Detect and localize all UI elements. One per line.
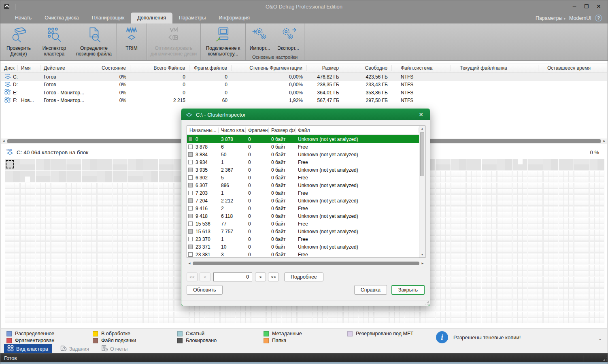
- cluster-block-empty[interactable]: [574, 288, 589, 300]
- cluster-block-empty[interactable]: [159, 241, 174, 253]
- cluster-block-empty[interactable]: [82, 230, 97, 241]
- cluster-block-empty[interactable]: [589, 206, 604, 217]
- dialog-column-header[interactable]: Файл: [295, 128, 419, 133]
- cluster-block-empty[interactable]: [97, 288, 112, 300]
- row-checkbox[interactable]: [188, 145, 193, 149]
- cluster-block-empty[interactable]: [574, 312, 589, 323]
- cluster-block-empty[interactable]: [512, 265, 527, 276]
- cluster-block-empty[interactable]: [528, 312, 543, 323]
- row-checkbox[interactable]: [188, 168, 193, 172]
- cluster-block-empty[interactable]: [36, 312, 51, 323]
- cluster-block-empty[interactable]: [436, 253, 451, 264]
- cluster-row[interactable]: 3 934100 байтFree: [187, 158, 419, 166]
- cluster-block-empty[interactable]: [20, 288, 35, 300]
- cluster-block-empty[interactable]: [51, 300, 66, 311]
- cluster-block-empty[interactable]: [113, 241, 128, 253]
- cluster-block-used[interactable]: [20, 159, 35, 170]
- cluster-block-empty[interactable]: [451, 253, 466, 264]
- scroll-right-icon[interactable]: ►: [420, 261, 425, 266]
- cluster-block-empty[interactable]: [466, 183, 481, 194]
- cluster-row[interactable]: 7 203100 байтFree: [187, 189, 419, 197]
- cluster-block-empty[interactable]: [5, 230, 20, 241]
- column-header[interactable]: Действие: [40, 65, 88, 71]
- cluster-block-empty[interactable]: [589, 194, 604, 206]
- maximize-button[interactable]: ❐: [581, 2, 592, 11]
- cluster-block-empty[interactable]: [543, 300, 558, 311]
- cluster-block-empty[interactable]: [159, 206, 174, 217]
- cluster-block-used[interactable]: [36, 171, 51, 182]
- cluster-block-empty[interactable]: [451, 218, 466, 229]
- app-icon[interactable]: [4, 3, 11, 10]
- row-checkbox[interactable]: [188, 206, 193, 211]
- tab-Информация[interactable]: Информация: [213, 13, 257, 23]
- cluster-block-empty[interactable]: [20, 265, 35, 276]
- cluster-block-empty[interactable]: [66, 265, 81, 276]
- cluster-block-empty[interactable]: [159, 194, 174, 206]
- cluster-block-empty[interactable]: [436, 230, 451, 241]
- cluster-block-empty[interactable]: [159, 253, 174, 264]
- cluster-block-empty[interactable]: [543, 265, 558, 276]
- cluster-block-empty[interactable]: [482, 206, 497, 217]
- cluster-block-empty[interactable]: [36, 288, 51, 300]
- cluster-block-empty[interactable]: [466, 265, 481, 276]
- cluster-block-empty[interactable]: [559, 241, 574, 253]
- modernui-toggle[interactable]: ModernUI: [569, 15, 591, 21]
- cluster-block-empty[interactable]: [36, 183, 51, 194]
- cluster-block-empty[interactable]: [512, 171, 527, 182]
- cluster-block-empty[interactable]: [97, 277, 112, 288]
- cluster-block-empty[interactable]: [36, 277, 51, 288]
- cluster-block-empty[interactable]: [497, 218, 512, 229]
- ribbon-button-cluster-search[interactable]: Инспектор кластера: [36, 25, 72, 57]
- cluster-block-empty[interactable]: [497, 171, 512, 182]
- cluster-block-empty[interactable]: [589, 288, 604, 300]
- row-checkbox[interactable]: [188, 160, 193, 164]
- cluster-block-empty[interactable]: [143, 253, 158, 264]
- cluster-number-input[interactable]: [213, 272, 252, 281]
- cluster-block-empty[interactable]: [97, 218, 112, 229]
- cluster-block-empty[interactable]: [497, 300, 512, 311]
- cluster-block-empty[interactable]: [66, 288, 81, 300]
- cluster-block-empty[interactable]: [589, 171, 604, 182]
- cluster-block-empty[interactable]: [128, 206, 143, 217]
- cluster-block-empty[interactable]: [466, 171, 481, 182]
- dialog-horizontal-scrollbar[interactable]: ◄ ►: [187, 260, 425, 266]
- cluster-block-empty[interactable]: [528, 300, 543, 311]
- cluster-block-used[interactable]: [497, 159, 512, 170]
- cluster-block-empty[interactable]: [543, 194, 558, 206]
- cluster-block-empty[interactable]: [113, 183, 128, 194]
- cluster-row[interactable]: 3 8845000 байтUnknown (not yet analyzed): [187, 151, 419, 158]
- row-checkbox[interactable]: [188, 237, 193, 241]
- cluster-block-empty[interactable]: [113, 253, 128, 264]
- cluster-block-used[interactable]: [482, 159, 497, 170]
- cluster-block-empty[interactable]: [420, 312, 435, 323]
- cluster-block-empty[interactable]: [528, 277, 543, 288]
- cluster-block-empty[interactable]: [97, 194, 112, 206]
- cluster-block-empty[interactable]: [543, 241, 558, 253]
- scroll-down-icon[interactable]: ▼: [419, 252, 425, 258]
- cluster-block-empty[interactable]: [82, 312, 97, 323]
- dialog-close-button[interactable]: Закрыть: [391, 285, 425, 295]
- row-checkbox[interactable]: [188, 175, 193, 180]
- cluster-block-empty[interactable]: [543, 288, 558, 300]
- cluster-block-empty[interactable]: [466, 218, 481, 229]
- cluster-block-empty[interactable]: [451, 241, 466, 253]
- cluster-block-empty[interactable]: [512, 253, 527, 264]
- cluster-block-empty[interactable]: [497, 230, 512, 241]
- cluster-block-empty[interactable]: [559, 265, 574, 276]
- cluster-row[interactable]: 3 878600 байтFree: [187, 143, 419, 151]
- cluster-block-empty[interactable]: [82, 265, 97, 276]
- dialog-vertical-scrollbar[interactable]: ▲ ▼: [419, 126, 425, 258]
- cluster-block-empty[interactable]: [574, 265, 589, 276]
- cluster-block-empty[interactable]: [528, 171, 543, 182]
- row-checkbox[interactable]: [188, 137, 193, 141]
- cluster-block-empty[interactable]: [374, 312, 389, 323]
- cluster-block-used[interactable]: [97, 159, 112, 170]
- scroll-thumb[interactable]: [193, 262, 419, 265]
- scroll-left-icon[interactable]: ◄: [187, 261, 192, 266]
- cluster-block-empty[interactable]: [528, 230, 543, 241]
- cluster-row[interactable]: 9 416200 байтFree: [187, 204, 419, 212]
- cluster-block-empty[interactable]: [143, 241, 158, 253]
- cluster-block-empty[interactable]: [20, 206, 35, 217]
- minimize-button[interactable]: ─: [569, 2, 580, 11]
- cluster-block-used[interactable]: [113, 171, 128, 182]
